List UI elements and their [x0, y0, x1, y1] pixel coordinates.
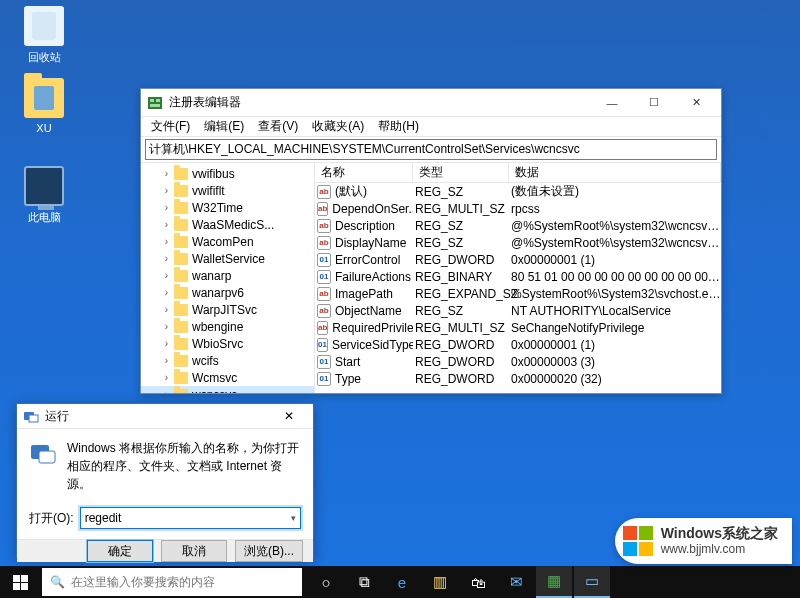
value-type: REG_SZ	[413, 185, 509, 199]
tree-item[interactable]: ›wcncsvc	[141, 386, 314, 393]
tree-item[interactable]: ›wbengine	[141, 318, 314, 335]
desktop-icon-this-pc[interactable]: 此电脑	[14, 166, 74, 225]
minimize-button[interactable]: —	[591, 90, 633, 116]
tree-item[interactable]: ›wcifs	[141, 352, 314, 369]
value-name: DependOnSer...	[332, 202, 413, 216]
menu-help[interactable]: 帮助(H)	[372, 117, 425, 136]
taskbar-search-box[interactable]: 🔍 在这里输入你要搜索的内容	[42, 568, 302, 596]
run-dialog: 运行 ✕ Windows 将根据你所输入的名称，为你打开相应的程序、文件夹、文档…	[16, 403, 314, 558]
list-row[interactable]: abObjectNameREG_SZNT AUTHORITY\LocalServ…	[315, 302, 721, 319]
expand-toggle-icon[interactable]: ›	[161, 389, 172, 393]
tree-item[interactable]: ›W32Time	[141, 199, 314, 216]
list-row[interactable]: 01ErrorControlREG_DWORD0x00000001 (1)	[315, 251, 721, 268]
run-close-button[interactable]: ✕	[271, 404, 307, 428]
tree-item-label: wanarpv6	[192, 286, 244, 300]
menu-file[interactable]: 文件(F)	[145, 117, 196, 136]
tree-item[interactable]: ›WarpJITSvc	[141, 301, 314, 318]
column-data[interactable]: 数据	[509, 163, 721, 182]
expand-toggle-icon[interactable]: ›	[161, 304, 172, 315]
run-open-combobox[interactable]: regedit ▾	[80, 507, 301, 529]
expand-toggle-icon[interactable]: ›	[161, 321, 172, 332]
tree-item[interactable]: ›WaaSMedicS...	[141, 216, 314, 233]
folder-icon	[174, 321, 188, 333]
tree-item-label: WalletService	[192, 252, 265, 266]
taskbar-mail-icon[interactable]: ✉	[498, 566, 534, 598]
expand-toggle-icon[interactable]: ›	[161, 372, 172, 383]
expand-toggle-icon[interactable]: ›	[161, 355, 172, 366]
svg-rect-1	[150, 99, 154, 102]
run-cancel-button[interactable]: 取消	[161, 540, 227, 562]
value-data: (数值未设置)	[509, 183, 721, 200]
taskbar-store-icon[interactable]: 🛍	[460, 566, 496, 598]
tree-item[interactable]: ›Wcmsvc	[141, 369, 314, 386]
taskbar-cortana-icon[interactable]: ○	[308, 566, 344, 598]
expand-toggle-icon[interactable]: ›	[161, 270, 172, 281]
value-name: DisplayName	[335, 236, 406, 250]
expand-toggle-icon[interactable]: ›	[161, 185, 172, 196]
regedit-menubar: 文件(F) 编辑(E) 查看(V) 收藏夹(A) 帮助(H)	[141, 117, 721, 137]
recycle-bin-icon	[24, 6, 64, 46]
regedit-title: 注册表编辑器	[169, 94, 591, 111]
list-row[interactable]: 01TypeREG_DWORD0x00000020 (32)	[315, 370, 721, 387]
chevron-down-icon[interactable]: ▾	[291, 513, 296, 523]
regedit-address-bar[interactable]: 计算机\HKEY_LOCAL_MACHINE\SYSTEM\CurrentCon…	[145, 139, 717, 160]
expand-toggle-icon[interactable]: ›	[161, 287, 172, 298]
tree-item[interactable]: ›wanarpv6	[141, 284, 314, 301]
expand-toggle-icon[interactable]: ›	[161, 338, 172, 349]
column-name[interactable]: 名称	[315, 163, 413, 182]
close-button[interactable]: ✕	[675, 90, 717, 116]
value-name: RequiredPrivile...	[332, 321, 413, 335]
tree-item[interactable]: ›WalletService	[141, 250, 314, 267]
tree-item[interactable]: ›WacomPen	[141, 233, 314, 250]
list-row[interactable]: 01StartREG_DWORD0x00000003 (3)	[315, 353, 721, 370]
value-type: REG_MULTI_SZ	[413, 321, 509, 335]
regedit-titlebar[interactable]: 注册表编辑器 — ☐ ✕	[141, 89, 721, 117]
tree-item[interactable]: ›WbioSrvc	[141, 335, 314, 352]
taskbar-edge-icon[interactable]: e	[384, 566, 420, 598]
start-button[interactable]	[0, 566, 40, 598]
value-type: REG_DWORD	[413, 253, 509, 267]
list-row[interactable]: abDisplayNameREG_SZ@%SystemRoot%\system3…	[315, 234, 721, 251]
taskbar-explorer-icon[interactable]: ▥	[422, 566, 458, 598]
run-browse-button[interactable]: 浏览(B)...	[235, 540, 303, 562]
maximize-button[interactable]: ☐	[633, 90, 675, 116]
expand-toggle-icon[interactable]: ›	[161, 168, 172, 179]
value-type: REG_EXPAND_SZ	[413, 287, 509, 301]
tree-item[interactable]: ›vwifibus	[141, 165, 314, 182]
regedit-list-header[interactable]: 名称 类型 数据	[315, 163, 721, 183]
value-type: REG_DWORD	[413, 355, 509, 369]
expand-toggle-icon[interactable]: ›	[161, 253, 172, 264]
desktop-icon-folder-xu[interactable]: XU	[14, 78, 74, 134]
expand-toggle-icon[interactable]: ›	[161, 202, 172, 213]
list-row[interactable]: abDependOnSer...REG_MULTI_SZrpcss	[315, 200, 721, 217]
menu-edit[interactable]: 编辑(E)	[198, 117, 250, 136]
desktop-icon-recycle-bin[interactable]: 回收站	[14, 6, 74, 65]
list-row[interactable]: 01ServiceSidTypeREG_DWORD0x00000001 (1)	[315, 336, 721, 353]
taskbar-taskview-icon[interactable]: ⧉	[346, 566, 382, 598]
menu-view[interactable]: 查看(V)	[252, 117, 304, 136]
list-row[interactable]: abRequiredPrivile...REG_MULTI_SZSeChange…	[315, 319, 721, 336]
list-row[interactable]: abDescriptionREG_SZ@%SystemRoot%\system3…	[315, 217, 721, 234]
tree-item[interactable]: ›wanarp	[141, 267, 314, 284]
value-string-icon: ab	[317, 287, 331, 301]
list-row[interactable]: ab(默认)REG_SZ(数值未设置)	[315, 183, 721, 200]
tree-item[interactable]: ›vwififlt	[141, 182, 314, 199]
list-row[interactable]: abImagePathREG_EXPAND_SZ%SystemRoot%\Sys…	[315, 285, 721, 302]
tree-item-label: WaaSMedicS...	[192, 218, 274, 232]
value-name: FailureActions	[335, 270, 411, 284]
expand-toggle-icon[interactable]: ›	[161, 219, 172, 230]
column-type[interactable]: 类型	[413, 163, 509, 182]
expand-toggle-icon[interactable]: ›	[161, 236, 172, 247]
run-titlebar[interactable]: 运行 ✕	[17, 404, 313, 429]
taskbar-run-icon[interactable]: ▭	[574, 566, 610, 598]
tree-item-label: WbioSrvc	[192, 337, 243, 351]
search-icon: 🔍	[50, 575, 65, 589]
run-ok-button[interactable]: 确定	[87, 540, 153, 562]
list-row[interactable]: 01FailureActionsREG_BINARY80 51 01 00 00…	[315, 268, 721, 285]
tree-item-label: wcncsvc	[192, 388, 237, 394]
taskbar-regedit-icon[interactable]: ▦	[536, 566, 572, 598]
menu-favorites[interactable]: 收藏夹(A)	[306, 117, 370, 136]
regedit-tree[interactable]: ›vwifibus›vwififlt›W32Time›WaaSMedicS...…	[141, 163, 315, 393]
this-pc-icon	[24, 166, 64, 206]
folder-icon	[174, 270, 188, 282]
